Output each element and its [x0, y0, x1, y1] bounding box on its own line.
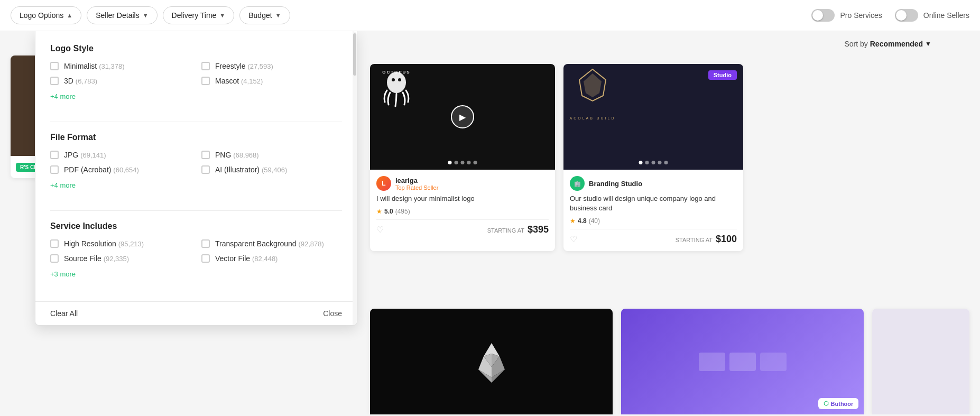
3d-option[interactable]: 3D (6,783): [50, 77, 191, 85]
pdf-option[interactable]: PDF (Acrobat) (60,654): [50, 165, 191, 174]
close-button[interactable]: Close: [323, 309, 342, 318]
bottom-card-third-image: [872, 309, 969, 414]
dot-1: [639, 161, 643, 164]
sort-bar: Sort by Recommended ▼: [370, 40, 931, 48]
card-title-2: Our studio will design unique company lo…: [570, 194, 737, 213]
starting-at-label: STARTING AT: [487, 227, 524, 234]
divider-2: [50, 210, 342, 211]
filter-bar: Logo Options ▲ Seller Details ▼ Delivery…: [0, 0, 980, 31]
starting-at-label-2: STARTING AT: [676, 237, 713, 243]
dot-5: [664, 161, 668, 164]
card-footer-2: ♡ STARTING AT $100: [570, 229, 737, 245]
dot-3: [652, 161, 655, 164]
rating-row: ★ 5.0 (495): [376, 208, 549, 215]
logo-style-more-link[interactable]: +4 more: [50, 93, 76, 100]
dot-2: [645, 161, 649, 164]
card-octopus-image: OCTOPUS ▶: [370, 64, 555, 170]
service-includes-options: High Resolution (95,213) Transparent Bac…: [50, 239, 342, 263]
bottom-card-purple: ⬡ Buthoor: [621, 309, 864, 414]
main-content: Sort by Recommended ▼ OCTOPUS: [0, 31, 980, 414]
logo-style-options: Minimalist (31,378) Freestyle (27,593) 3…: [50, 62, 342, 85]
play-button[interactable]: ▶: [451, 105, 474, 128]
delivery-time-filter[interactable]: Delivery Time ▼: [163, 6, 235, 24]
heart-icon[interactable]: ♡: [376, 225, 384, 235]
minimalist-option[interactable]: Minimalist (31,378): [50, 62, 191, 70]
jpg-checkbox[interactable]: [50, 151, 59, 159]
chevron-up-icon: ▲: [67, 12, 72, 19]
source-file-option[interactable]: Source File (92,335): [50, 254, 191, 263]
high-resolution-checkbox[interactable]: [50, 239, 59, 248]
price-group-2: STARTING AT $100: [676, 234, 737, 245]
vector-file-option[interactable]: Vector File (82,448): [201, 254, 342, 263]
png-checkbox[interactable]: [201, 151, 210, 159]
file-format-more-link[interactable]: +4 more: [50, 181, 76, 189]
pro-services-toggle-group: Pro Services: [811, 9, 882, 22]
transparent-bg-option[interactable]: Transparent Background (92,878): [201, 239, 342, 248]
svg-marker-5: [584, 73, 602, 97]
mascot-checkbox[interactable]: [201, 77, 210, 85]
logo-style-section-title: Logo Style: [50, 44, 342, 53]
sort-chevron-icon[interactable]: ▼: [925, 40, 931, 48]
freestyle-checkbox[interactable]: [201, 62, 210, 70]
online-sellers-toggle[interactable]: [895, 9, 918, 22]
rating-count: (495): [395, 208, 410, 215]
card-building-image: ACOLAB BUILD Studio: [563, 64, 743, 170]
price-group: STARTING AT $395: [487, 224, 549, 235]
service-includes-section-title: Service Includes: [50, 221, 342, 231]
bottom-card-bird: [370, 309, 613, 414]
star-icon: ★: [376, 208, 382, 215]
3d-checkbox[interactable]: [50, 77, 59, 85]
ai-option[interactable]: AI (Illustrator) (59,406): [201, 165, 342, 174]
service-includes-more-link[interactable]: +3 more: [50, 270, 76, 278]
transparent-bg-checkbox[interactable]: [201, 239, 210, 248]
bottom-cards-area: ⬡ Buthoor: [359, 309, 980, 414]
dot-4: [467, 161, 471, 164]
scrollbar-track: [353, 31, 357, 325]
mascot-option[interactable]: Mascot (4,152): [201, 77, 342, 85]
card-octopus: OCTOPUS ▶ L leariga Top Rated Seller: [370, 64, 555, 251]
source-file-checkbox[interactable]: [50, 254, 59, 263]
scrollbar-thumb[interactable]: [353, 33, 356, 76]
dot-4: [658, 161, 662, 164]
avatar: L: [376, 176, 391, 191]
logo-options-filter[interactable]: Logo Options ▲: [11, 6, 81, 24]
card-footer: ♡ STARTING AT $395: [376, 219, 549, 235]
image-dots-2: [639, 161, 668, 164]
dropdown-panel: Logo Style Minimalist (31,378) Freestyle…: [35, 31, 357, 326]
chevron-down-icon: ▼: [275, 12, 281, 19]
svg-point-1: [392, 78, 395, 81]
png-option[interactable]: PNG (68,968): [201, 151, 342, 159]
dot-5: [474, 161, 477, 164]
studio-badge: Studio: [708, 70, 737, 80]
ai-checkbox[interactable]: [201, 165, 210, 174]
seller-badge: Top Rated Seller: [395, 184, 438, 191]
dot-2: [455, 161, 458, 164]
card-octopus-body: L leariga Top Rated Seller I will design…: [370, 170, 555, 242]
bottom-card-bird-image: [370, 309, 613, 414]
budget-filter[interactable]: Budget ▼: [239, 6, 290, 24]
heart-icon-2[interactable]: ♡: [570, 234, 577, 244]
jpg-option[interactable]: JPG (69,141): [50, 151, 191, 159]
vector-file-checkbox[interactable]: [201, 254, 210, 263]
card-building: ACOLAB BUILD Studio 🏢 Branding Studio: [563, 64, 743, 251]
divider-1: [50, 122, 342, 122]
dot-3: [461, 161, 465, 164]
file-format-section-title: File Format: [50, 133, 342, 142]
seller-details-filter[interactable]: Seller Details ▼: [87, 6, 157, 24]
high-resolution-option[interactable]: High Resolution (95,213): [50, 239, 191, 248]
pro-services-toggle[interactable]: [811, 9, 835, 22]
minimalist-checkbox[interactable]: [50, 62, 59, 70]
rating-row-2: ★ 4.8 (40): [570, 217, 737, 225]
seller-name: leariga: [395, 177, 438, 184]
clear-all-button[interactable]: Clear All: [50, 309, 78, 318]
svg-text:OCTOPUS: OCTOPUS: [382, 70, 410, 75]
rating-score: 5.0: [384, 208, 393, 215]
freestyle-option[interactable]: Freestyle (27,593): [201, 62, 342, 70]
dot-1: [448, 161, 452, 164]
seller-info: L leariga Top Rated Seller: [376, 176, 549, 191]
rating-count-2: (40): [589, 217, 600, 225]
dropdown-scroll-area[interactable]: Logo Style Minimalist (31,378) Freestyle…: [35, 31, 357, 301]
image-dots: [448, 161, 477, 164]
pdf-checkbox[interactable]: [50, 165, 59, 174]
purple-card-content: [699, 353, 787, 371]
